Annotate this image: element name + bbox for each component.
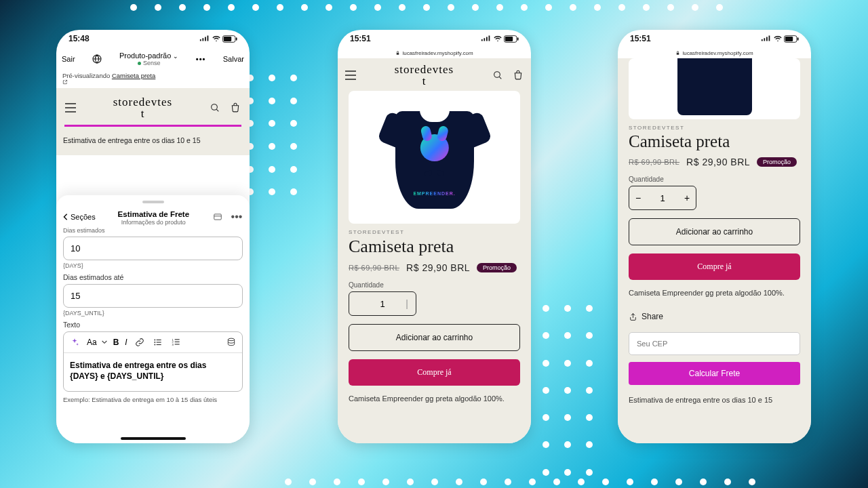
dynamic-source-button[interactable] [225,336,237,348]
globe-icon[interactable] [91,53,103,65]
days-until-input[interactable] [63,284,243,308]
search-icon[interactable] [209,102,221,114]
status-time: 15:51 [630,34,651,43]
bullet-list-button[interactable] [152,336,164,348]
template-selector[interactable]: Produto-padrão ⌄ Sense [119,52,179,66]
buy-now-button[interactable]: Compre já [349,359,520,386]
days-until-field: {DAYS_UNTIL} [63,284,243,317]
quantity-label: Quantidade [629,176,800,183]
quantity-stepper: 1 | [349,291,416,316]
search-icon[interactable] [492,69,504,81]
product-vendor: STOREDEVTEST [349,229,520,235]
decor-dots-top [130,4,723,11]
calculate-shipping-button[interactable]: Calcular Frete [629,362,800,385]
svg-rect-17 [174,344,179,344]
theme-preview: storedevteststoredevtest Estimativa de e… [56,88,250,155]
preview-product-link[interactable]: Camiseta preta [112,72,155,79]
qty-value: 1 [647,193,678,203]
product-vendor: STOREDEVTEST [629,125,800,131]
svg-point-18 [228,338,234,341]
external-link-icon [62,79,68,85]
share-button[interactable]: Share [629,312,800,321]
svg-text:3: 3 [172,343,174,346]
phone-editor: 15:48 Sair Produto-padrão ⌄ Sense ••• Sa… [56,30,250,443]
add-to-cart-button[interactable]: Adicionar ao carrinho [349,324,520,351]
status-bar: 15:48 [56,30,250,47]
svg-rect-10 [156,342,161,342]
more-icon[interactable]: ••• [195,53,207,65]
back-to-sections[interactable]: Seções [63,213,96,221]
decor-dots-bottom [285,479,755,485]
cep-input[interactable] [629,332,800,355]
svg-rect-1 [224,36,231,41]
qty-value: 1 [367,299,398,309]
link-button[interactable] [134,336,146,348]
product-description: Camiseta Empreender gg preta algodão 100… [629,288,800,298]
quantity-stepper: − 1 + [629,186,696,210]
price-line: R$ 69,90 BRL R$ 29,90 BRL Promoção [629,157,800,167]
italic-button[interactable]: I [125,338,127,347]
sheet-handle[interactable] [142,201,164,203]
svg-rect-2 [236,37,237,40]
product-title: Camiseta preta [349,237,520,257]
sheet-more-icon[interactable]: ••• [231,211,243,223]
svg-rect-9 [156,340,161,340]
days-until-token-hint: {DAYS_UNTIL} [63,310,243,317]
days-field: {DAYS} [63,237,243,269]
editor-toolbar: Sair Produto-padrão ⌄ Sense ••• Salvar [56,47,250,70]
example-hint: Exemplo: Estimativa de entrega em 10 à 1… [63,396,243,403]
product-title: Camiseta preta [629,132,800,151]
hamburger-icon[interactable] [64,102,77,114]
qty-increment[interactable]: | [398,292,416,315]
qty-decrement[interactable]: − [629,186,647,209]
browser-addressbar[interactable]: lucasfreiradev.myshopify.com [618,47,811,58]
bold-button[interactable]: B [113,338,119,347]
rte-textarea[interactable]: Estimativa de entrega entre os dias {DAY… [64,353,242,391]
buy-now-button[interactable]: Compre já [629,253,800,280]
shipping-estimate-text: Estimativa de entrega entre os dias 10 e… [629,396,800,404]
svg-point-8 [154,344,155,346]
product-price: R$ 29,90 BRL [406,262,470,273]
status-indicators [199,35,237,43]
cep-field [629,332,800,355]
add-to-cart-button[interactable]: Adicionar ao carrinho [629,218,800,245]
sheet-title: Estimativa de Frete Informações do produ… [96,207,212,226]
numbered-list-button[interactable]: 123 [170,336,182,348]
status-bar: 15:51 [618,30,811,47]
cart-icon[interactable] [229,102,241,114]
svg-rect-20 [505,36,513,41]
save-button[interactable]: Salvar [223,55,244,63]
chevron-down-icon: ⌄ [173,53,178,60]
days-token-hint: {DAYS} [63,262,243,269]
hamburger-icon[interactable] [344,69,357,81]
lock-icon [395,51,400,56]
promo-badge: Promoção [757,157,797,167]
chevron-down-icon [102,340,107,345]
cart-icon[interactable] [512,69,524,81]
days-input[interactable] [63,237,243,260]
lock-icon [675,51,680,56]
browser-addressbar[interactable]: lucasfreiradev.myshopify.com [338,47,531,58]
product-image[interactable]: EMPREENDER. [349,91,520,224]
svg-rect-25 [797,37,799,40]
decor-dots-grid-right [542,305,610,481]
qty-decrement[interactable] [349,292,367,315]
qty-increment[interactable]: + [678,186,696,209]
compare-at-price: R$ 69,90 BRL [629,158,679,166]
shipping-estimate-block[interactable]: Estimativa de entrega entre os dias 10 e… [62,136,244,144]
svg-point-6 [154,340,155,341]
exit-button[interactable]: Sair [62,55,75,63]
store-logo[interactable]: storedevtest [395,64,454,87]
product-price: R$ 29,90 BRL [686,157,750,167]
resize-icon[interactable] [212,211,224,223]
phone-storefront-top: 15:51 lucasfreiradev.myshopify.com store… [338,30,531,443]
compare-at-price: R$ 69,90 BRL [349,264,399,272]
product-image[interactable] [629,58,800,119]
ai-sparkle-icon[interactable] [68,336,81,348]
svg-rect-11 [156,344,161,345]
store-logo[interactable]: storedevteststoredevtest [113,96,172,119]
status-time: 15:48 [68,34,90,43]
price-line: R$ 69,90 BRL R$ 29,90 BRL Promoção [349,262,520,273]
quantity-label: Quantidade [349,281,520,289]
font-selector[interactable]: Aa [87,338,107,347]
